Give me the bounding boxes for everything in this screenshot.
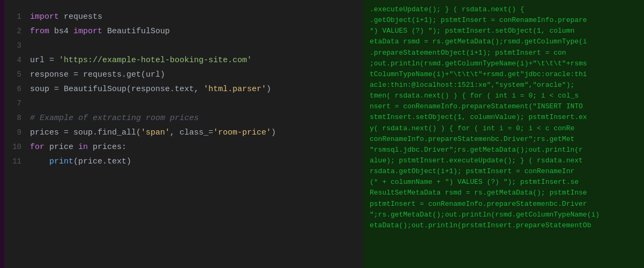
token-kw-in: in: [78, 143, 88, 152]
line-number: 5: [4, 69, 30, 81]
token-plain: BeautifulSoup: [102, 27, 170, 36]
code-line: 10for price in prices:: [4, 141, 363, 155]
token-plain: [30, 157, 49, 166]
token-comment: # Example of extracting room prices: [30, 114, 199, 123]
line-number: 1: [4, 11, 30, 23]
token-kw-print: print: [49, 157, 73, 166]
token-plain: prices:: [88, 143, 126, 152]
token-string-orange: 'span': [141, 128, 170, 137]
code-text: [30, 98, 35, 111]
code-panel: 1import requests2from bs4 import Beautif…: [4, 0, 363, 268]
token-plain: ): [271, 128, 276, 137]
token-kw-for: for: [30, 143, 44, 152]
line-number: 11: [4, 155, 30, 168]
code-line: 3: [4, 40, 363, 54]
line-number: 10: [4, 141, 30, 153]
code-line: 11 print(price.text): [4, 155, 363, 170]
code-line: 1import requests: [4, 11, 363, 25]
token-string-orange: 'room-price': [213, 128, 271, 137]
line-number: 6: [4, 83, 30, 95]
code-text: import requests: [30, 11, 102, 24]
token-plain: prices = soup.find_all(: [30, 128, 141, 137]
token-kw-from: from: [30, 27, 49, 36]
left-accent-bar: [0, 0, 4, 268]
token-plain: , class_=: [170, 128, 213, 137]
token-kw-import: import: [30, 12, 59, 21]
line-number: 7: [4, 98, 30, 110]
code-line: 9prices = soup.find_all('span', class_='…: [4, 126, 363, 141]
code-text: response = requests.get(url): [30, 69, 165, 82]
token-plain: response = requests.get(url): [30, 70, 165, 79]
code-text: url = 'https://example-hotel-booking-sit…: [30, 54, 252, 68]
code-line: 2from bs4 import BeautifulSoup: [4, 25, 363, 40]
token-plain: ): [266, 85, 271, 94]
line-number: 8: [4, 112, 30, 124]
code-text: # Example of extracting room prices: [30, 112, 199, 125]
code-text: for price in prices:: [30, 141, 126, 154]
line-number: 4: [4, 54, 30, 66]
code-text: [30, 40, 35, 53]
line-number: 2: [4, 25, 30, 38]
code-line: 6soup = BeautifulSoup(response.text, 'ht…: [4, 83, 363, 98]
token-plain: (price.text): [73, 157, 131, 166]
token-plain: url =: [30, 56, 59, 65]
token-plain: bs4: [49, 27, 73, 36]
code-text: from bs4 import BeautifulSoup: [30, 25, 170, 39]
line-number: 3: [4, 40, 30, 52]
code-line: 7: [4, 98, 363, 112]
line-number: 9: [4, 126, 30, 139]
code-text: print(price.text): [30, 155, 131, 169]
code-line: 5response = requests.get(url): [4, 69, 363, 83]
token-plain: requests: [59, 12, 102, 21]
bg-code-text: .executeUpdate(); } ( rsdata.next() { .g…: [363, 0, 644, 268]
code-line: 4url = 'https://example-hotel-booking-si…: [4, 54, 363, 69]
code-text: soup = BeautifulSoup(response.text, 'htm…: [30, 83, 271, 96]
token-plain: soup = BeautifulSoup(response.text,: [30, 85, 204, 94]
token-string-orange: 'html.parser': [204, 85, 266, 94]
token-plain: price: [44, 143, 78, 152]
bg-code-panel: .executeUpdate(); } ( rsdata.next() { .g…: [363, 0, 644, 268]
token-kw-import: import: [73, 27, 102, 36]
code-line: 8# Example of extracting room prices: [4, 112, 363, 126]
token-string-green: 'https://example-hotel-booking-site.com': [59, 56, 252, 65]
code-text: prices = soup.find_all('span', class_='r…: [30, 126, 276, 140]
